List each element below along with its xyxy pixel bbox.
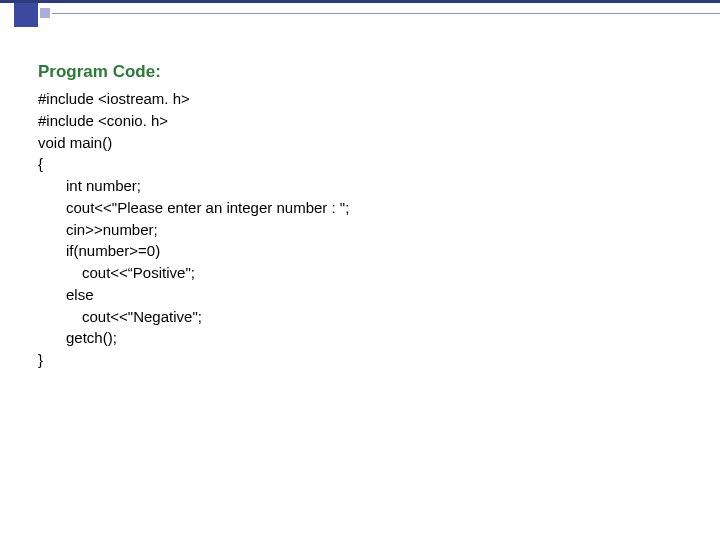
decoration-square-small [40, 8, 50, 18]
code-line: #include <iostream. h> [38, 88, 678, 110]
decoration-square-large [14, 3, 38, 27]
code-line: void main() [38, 132, 678, 154]
code-line: int number; [38, 175, 678, 197]
code-line: cout<<"Negative"; [38, 306, 678, 328]
code-line: else [38, 284, 678, 306]
slide-header-decoration [0, 0, 720, 28]
section-heading: Program Code: [38, 62, 678, 82]
code-line: { [38, 153, 678, 175]
code-line: if(number>=0) [38, 240, 678, 262]
slide-content: Program Code: #include <iostream. h> #in… [38, 62, 678, 371]
code-line: cout<<"Please enter an integer number : … [38, 197, 678, 219]
code-block: #include <iostream. h> #include <conio. … [38, 88, 678, 371]
decoration-horizontal-line [52, 13, 720, 14]
code-line: cin>>number; [38, 219, 678, 241]
code-line: cout<<“Positive"; [38, 262, 678, 284]
decoration-top-bar [0, 0, 720, 3]
code-line: #include <conio. h> [38, 110, 678, 132]
code-line: getch(); [38, 327, 678, 349]
code-line: } [38, 349, 678, 371]
